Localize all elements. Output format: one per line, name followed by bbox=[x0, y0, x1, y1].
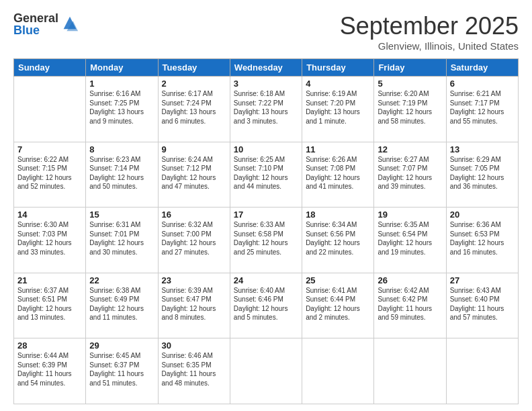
calendar-cell: 23Sunrise: 6:39 AM Sunset: 6:47 PM Dayli… bbox=[158, 273, 230, 338]
calendar-cell: 28Sunrise: 6:44 AM Sunset: 6:39 PM Dayli… bbox=[14, 338, 86, 404]
day-info: Sunrise: 6:35 AM Sunset: 6:54 PM Dayligh… bbox=[378, 220, 442, 257]
calendar-cell bbox=[374, 338, 446, 404]
day-info: Sunrise: 6:17 AM Sunset: 7:24 PM Dayligh… bbox=[162, 89, 226, 126]
day-info: Sunrise: 6:43 AM Sunset: 6:40 PM Dayligh… bbox=[450, 286, 515, 322]
calendar: Sunday Monday Tuesday Wednesday Thursday… bbox=[13, 58, 519, 404]
day-number: 24 bbox=[234, 275, 298, 285]
day-number: 22 bbox=[89, 275, 154, 285]
calendar-week-2: 14Sunrise: 6:30 AM Sunset: 7:03 PM Dayli… bbox=[14, 208, 519, 273]
calendar-cell: 29Sunrise: 6:45 AM Sunset: 6:37 PM Dayli… bbox=[86, 338, 158, 404]
day-number: 21 bbox=[17, 275, 82, 285]
day-number: 12 bbox=[378, 144, 442, 154]
day-info: Sunrise: 6:40 AM Sunset: 6:46 PM Dayligh… bbox=[234, 286, 298, 322]
day-info: Sunrise: 6:22 AM Sunset: 7:15 PM Dayligh… bbox=[17, 155, 82, 191]
calendar-cell: 27Sunrise: 6:43 AM Sunset: 6:40 PM Dayli… bbox=[446, 273, 518, 338]
header-friday: Friday bbox=[374, 59, 446, 77]
day-info: Sunrise: 6:16 AM Sunset: 7:25 PM Dayligh… bbox=[89, 89, 154, 126]
day-info: Sunrise: 6:38 AM Sunset: 6:49 PM Dayligh… bbox=[89, 286, 154, 322]
day-info: Sunrise: 6:32 AM Sunset: 7:00 PM Dayligh… bbox=[162, 220, 226, 257]
header-thursday: Thursday bbox=[302, 59, 374, 77]
day-number: 13 bbox=[450, 144, 515, 154]
calendar-cell bbox=[302, 338, 374, 404]
day-number: 16 bbox=[162, 210, 226, 220]
day-info: Sunrise: 6:41 AM Sunset: 6:44 PM Dayligh… bbox=[306, 286, 370, 322]
calendar-cell: 5Sunrise: 6:20 AM Sunset: 7:19 PM Daylig… bbox=[374, 77, 446, 142]
calendar-cell: 13Sunrise: 6:29 AM Sunset: 7:05 PM Dayli… bbox=[446, 142, 518, 208]
logo-icon bbox=[60, 13, 79, 32]
header-saturday: Saturday bbox=[446, 59, 518, 77]
logo-blue: Blue bbox=[13, 24, 58, 36]
calendar-cell: 12Sunrise: 6:27 AM Sunset: 7:07 PM Dayli… bbox=[374, 142, 446, 208]
day-number: 20 bbox=[450, 210, 515, 220]
day-number: 18 bbox=[306, 210, 370, 220]
day-number: 25 bbox=[306, 275, 370, 285]
calendar-cell: 22Sunrise: 6:38 AM Sunset: 6:49 PM Dayli… bbox=[86, 273, 158, 338]
calendar-cell: 8Sunrise: 6:23 AM Sunset: 7:14 PM Daylig… bbox=[86, 142, 158, 208]
calendar-cell: 26Sunrise: 6:42 AM Sunset: 6:42 PM Dayli… bbox=[374, 273, 446, 338]
calendar-cell bbox=[14, 77, 86, 142]
day-info: Sunrise: 6:30 AM Sunset: 7:03 PM Dayligh… bbox=[17, 220, 82, 257]
day-info: Sunrise: 6:19 AM Sunset: 7:20 PM Dayligh… bbox=[306, 89, 370, 126]
calendar-cell: 19Sunrise: 6:35 AM Sunset: 6:54 PM Dayli… bbox=[374, 208, 446, 273]
day-number: 10 bbox=[234, 144, 298, 154]
calendar-cell bbox=[230, 338, 302, 404]
calendar-week-3: 21Sunrise: 6:37 AM Sunset: 6:51 PM Dayli… bbox=[14, 273, 519, 338]
day-number: 4 bbox=[306, 79, 370, 89]
day-info: Sunrise: 6:27 AM Sunset: 7:07 PM Dayligh… bbox=[378, 155, 442, 191]
day-number: 30 bbox=[162, 340, 226, 351]
day-number: 19 bbox=[378, 210, 442, 220]
day-info: Sunrise: 6:39 AM Sunset: 6:47 PM Dayligh… bbox=[162, 286, 226, 322]
day-number: 5 bbox=[378, 79, 442, 89]
day-number: 14 bbox=[17, 210, 82, 220]
title-area: September 2025 Glenview, Illinois, Unite… bbox=[340, 12, 519, 52]
calendar-cell: 4Sunrise: 6:19 AM Sunset: 7:20 PM Daylig… bbox=[302, 77, 374, 142]
logo: General Blue bbox=[13, 12, 79, 36]
header: General Blue September 2025 Glenview, Il… bbox=[13, 12, 519, 52]
header-wednesday: Wednesday bbox=[230, 59, 302, 77]
day-info: Sunrise: 6:21 AM Sunset: 7:17 PM Dayligh… bbox=[450, 89, 515, 126]
calendar-cell: 1Sunrise: 6:16 AM Sunset: 7:25 PM Daylig… bbox=[86, 77, 158, 142]
logo-text: General Blue bbox=[13, 12, 58, 36]
calendar-cell: 30Sunrise: 6:46 AM Sunset: 6:35 PM Dayli… bbox=[158, 338, 230, 404]
calendar-cell bbox=[446, 338, 518, 404]
calendar-cell: 10Sunrise: 6:25 AM Sunset: 7:10 PM Dayli… bbox=[230, 142, 302, 208]
day-number: 26 bbox=[378, 275, 442, 285]
day-info: Sunrise: 6:42 AM Sunset: 6:42 PM Dayligh… bbox=[378, 286, 442, 322]
day-info: Sunrise: 6:44 AM Sunset: 6:39 PM Dayligh… bbox=[17, 351, 82, 387]
day-number: 29 bbox=[89, 340, 154, 351]
header-tuesday: Tuesday bbox=[158, 59, 230, 77]
calendar-cell: 20Sunrise: 6:36 AM Sunset: 6:53 PM Dayli… bbox=[446, 208, 518, 273]
day-info: Sunrise: 6:36 AM Sunset: 6:53 PM Dayligh… bbox=[450, 220, 515, 257]
month-title: September 2025 bbox=[340, 12, 519, 40]
day-info: Sunrise: 6:25 AM Sunset: 7:10 PM Dayligh… bbox=[234, 155, 298, 191]
calendar-cell: 14Sunrise: 6:30 AM Sunset: 7:03 PM Dayli… bbox=[14, 208, 86, 273]
day-info: Sunrise: 6:26 AM Sunset: 7:08 PM Dayligh… bbox=[306, 155, 370, 191]
calendar-cell: 25Sunrise: 6:41 AM Sunset: 6:44 PM Dayli… bbox=[302, 273, 374, 338]
calendar-cell: 18Sunrise: 6:34 AM Sunset: 6:56 PM Dayli… bbox=[302, 208, 374, 273]
day-number: 27 bbox=[450, 275, 515, 285]
calendar-cell: 7Sunrise: 6:22 AM Sunset: 7:15 PM Daylig… bbox=[14, 142, 86, 208]
day-number: 28 bbox=[17, 340, 82, 351]
day-number: 9 bbox=[162, 144, 226, 154]
header-sunday: Sunday bbox=[14, 59, 86, 77]
day-info: Sunrise: 6:18 AM Sunset: 7:22 PM Dayligh… bbox=[234, 89, 298, 126]
calendar-cell: 3Sunrise: 6:18 AM Sunset: 7:22 PM Daylig… bbox=[230, 77, 302, 142]
calendar-week-1: 7Sunrise: 6:22 AM Sunset: 7:15 PM Daylig… bbox=[14, 142, 519, 208]
day-number: 8 bbox=[89, 144, 154, 154]
calendar-cell: 17Sunrise: 6:33 AM Sunset: 6:58 PM Dayli… bbox=[230, 208, 302, 273]
weekday-header-row: Sunday Monday Tuesday Wednesday Thursday… bbox=[14, 59, 519, 77]
day-info: Sunrise: 6:31 AM Sunset: 7:01 PM Dayligh… bbox=[89, 220, 154, 257]
calendar-cell: 11Sunrise: 6:26 AM Sunset: 7:08 PM Dayli… bbox=[302, 142, 374, 208]
day-number: 1 bbox=[89, 79, 154, 89]
day-number: 17 bbox=[234, 210, 298, 220]
calendar-week-0: 1Sunrise: 6:16 AM Sunset: 7:25 PM Daylig… bbox=[14, 77, 519, 142]
calendar-week-4: 28Sunrise: 6:44 AM Sunset: 6:39 PM Dayli… bbox=[14, 338, 519, 404]
day-info: Sunrise: 6:33 AM Sunset: 6:58 PM Dayligh… bbox=[234, 220, 298, 257]
location: Glenview, Illinois, United States bbox=[340, 40, 519, 52]
day-number: 11 bbox=[306, 144, 370, 154]
logo-general: General bbox=[13, 12, 58, 24]
day-info: Sunrise: 6:29 AM Sunset: 7:05 PM Dayligh… bbox=[450, 155, 515, 191]
calendar-cell: 9Sunrise: 6:24 AM Sunset: 7:12 PM Daylig… bbox=[158, 142, 230, 208]
day-number: 2 bbox=[162, 79, 226, 89]
calendar-cell: 6Sunrise: 6:21 AM Sunset: 7:17 PM Daylig… bbox=[446, 77, 518, 142]
